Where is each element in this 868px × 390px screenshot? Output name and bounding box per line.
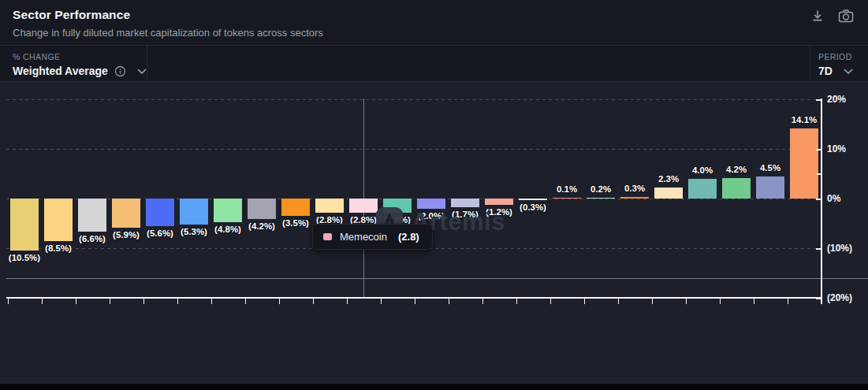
x-axis-tick <box>550 297 552 304</box>
tooltip-value: (2.8) <box>398 231 419 243</box>
x-axis-tick <box>42 297 43 304</box>
x-axis-tick <box>449 297 450 304</box>
bar-data-availability[interactable] <box>78 199 106 232</box>
period-dropdown[interactable]: 7D <box>818 65 853 77</box>
x-axis-tick <box>584 297 586 304</box>
bar-value-label: (8.5%) <box>33 243 84 253</box>
chevron-down-icon <box>137 65 147 77</box>
bar-gen-1-smart-contract[interactable] <box>315 199 344 213</box>
y-axis-tick <box>816 99 822 101</box>
y-axis-label: (10%) <box>827 243 852 254</box>
bar-gaming[interactable] <box>248 199 276 219</box>
gridline <box>6 149 821 150</box>
x-axis-tick <box>381 297 382 304</box>
x-axis-tick <box>618 297 620 304</box>
y-axis-label: (20%) <box>827 292 852 303</box>
chart-controls-bar: % CHANGE Weighted Average PERIOD 7D <box>0 45 868 82</box>
bar-smart-contract-platform[interactable] <box>451 199 479 207</box>
screenshot-button[interactable] <box>836 8 856 27</box>
x-axis-tick <box>313 297 315 304</box>
bar-ethereum[interactable] <box>756 176 784 199</box>
x-axis-tick <box>652 297 654 304</box>
x-axis-tick <box>245 297 247 304</box>
bar-bitcoin[interactable] <box>620 197 649 199</box>
y-axis-line <box>821 98 822 304</box>
y-axis-tick <box>816 199 822 200</box>
gridline <box>6 99 821 100</box>
crosshair-horizontal <box>6 278 868 279</box>
bar-data-services[interactable] <box>214 199 242 222</box>
divider <box>810 46 810 81</box>
page-subtitle: Change in fully diluted market capitaliz… <box>13 27 323 39</box>
camera-icon <box>838 9 854 26</box>
metric-value: Weighted Average <box>13 65 108 77</box>
x-axis-tick <box>347 297 348 304</box>
x-axis-tick <box>686 297 687 304</box>
bar-privacy-coin[interactable] <box>519 199 547 200</box>
info-icon[interactable] <box>114 65 126 77</box>
download-button[interactable] <box>807 8 828 27</box>
x-axis-tick <box>788 297 789 304</box>
tooltip-series-name: Memecoin <box>340 231 387 243</box>
x-axis-tick <box>482 297 484 304</box>
x-axis-tick <box>415 297 416 304</box>
bar-value-label: (10.5%) <box>0 253 50 262</box>
bar-defi[interactable] <box>553 198 581 199</box>
y-axis-tick <box>816 298 822 299</box>
y-axis-minor-tick <box>817 173 822 175</box>
y-axis-label: 10% <box>827 143 846 154</box>
metric-dropdown[interactable]: Weighted Average <box>13 65 147 77</box>
bar-value-label: (0.3%) <box>508 202 558 212</box>
bar-depin[interactable] <box>180 199 208 225</box>
y-axis-tick <box>816 149 822 150</box>
x-axis-tick <box>143 297 145 304</box>
x-axis-tick <box>76 297 77 304</box>
x-axis-tick <box>279 297 281 304</box>
bar-value-label: 4.5% <box>745 163 795 173</box>
bottom-strip <box>0 384 868 390</box>
bar-file-storage[interactable] <box>112 199 140 228</box>
bar-memecoin[interactable] <box>349 199 378 213</box>
bar-oracle[interactable] <box>587 198 615 199</box>
metric-label: % CHANGE <box>13 52 60 61</box>
x-axis-tick <box>8 297 9 304</box>
y-axis-tick <box>816 248 822 250</box>
y-axis-label: 0% <box>827 193 840 204</box>
bar-store-of-value[interactable] <box>722 178 751 199</box>
y-axis-label: 20% <box>827 94 846 105</box>
bar-ai[interactable] <box>417 199 445 209</box>
x-axis-tick <box>177 297 179 304</box>
x-axis-tick <box>754 297 755 304</box>
period-value: 7D <box>818 65 833 77</box>
crosshair-vertical <box>363 98 364 297</box>
period-label: PERIOD <box>818 52 852 61</box>
bar-perp-dex[interactable] <box>146 199 174 226</box>
bar-value-label: 0.3% <box>609 184 660 193</box>
bar-bitcoin-ecosystem[interactable] <box>281 199 310 216</box>
page-title: Sector Performance <box>13 8 130 22</box>
x-axis-tick <box>720 297 721 304</box>
bar-value-label: 2.3% <box>643 174 694 184</box>
download-icon <box>810 9 825 26</box>
chevron-down-icon <box>844 65 853 77</box>
x-axis-tick <box>516 297 518 304</box>
bar-nft-applications[interactable] <box>790 128 818 199</box>
bar-exchange-tokens[interactable] <box>688 179 717 199</box>
divider <box>147 46 147 81</box>
chart-tooltip: Memecoin (2.8) <box>312 224 433 250</box>
x-axis-tick <box>110 297 111 304</box>
tooltip-swatch <box>323 233 332 240</box>
x-axis-tick <box>211 297 213 304</box>
bar-rwa[interactable] <box>654 188 683 199</box>
